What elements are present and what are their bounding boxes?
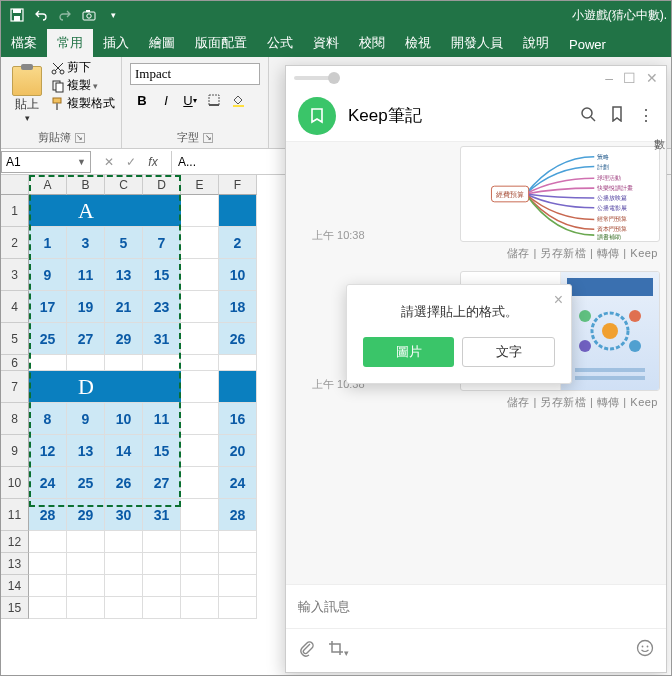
tab-layout[interactable]: 版面配置: [185, 29, 257, 57]
row-header[interactable]: 3: [1, 259, 29, 291]
cell[interactable]: [67, 355, 105, 371]
cell[interactable]: 15: [143, 435, 181, 467]
cut-button[interactable]: 剪下: [51, 59, 115, 76]
redo-icon[interactable]: [55, 5, 75, 25]
row-header[interactable]: 1: [1, 195, 29, 227]
accept-formula-icon[interactable]: ✓: [121, 152, 141, 172]
cell[interactable]: 10: [105, 403, 143, 435]
cell[interactable]: 11: [143, 403, 181, 435]
fill-color-button[interactable]: [226, 89, 250, 111]
col-header[interactable]: D: [143, 175, 181, 195]
border-button[interactable]: [202, 89, 226, 111]
cell[interactable]: [29, 355, 67, 371]
emoji-icon[interactable]: [636, 639, 654, 662]
action-forward[interactable]: 轉傳: [597, 247, 620, 259]
cell[interactable]: [67, 553, 105, 575]
cell[interactable]: 9: [67, 403, 105, 435]
tab-data[interactable]: 資料: [303, 29, 349, 57]
cell[interactable]: 29: [67, 499, 105, 531]
cell[interactable]: 25: [67, 467, 105, 499]
cell[interactable]: 14: [105, 435, 143, 467]
cell[interactable]: [105, 575, 143, 597]
cell[interactable]: 8: [29, 403, 67, 435]
cell[interactable]: [105, 371, 143, 403]
cell[interactable]: 19: [67, 291, 105, 323]
cell[interactable]: [181, 291, 219, 323]
cell[interactable]: [219, 531, 257, 553]
cancel-formula-icon[interactable]: ✕: [99, 152, 119, 172]
cell[interactable]: 26: [105, 467, 143, 499]
tab-help[interactable]: 說明: [513, 29, 559, 57]
cell[interactable]: [181, 531, 219, 553]
cell[interactable]: 13: [105, 259, 143, 291]
cell[interactable]: [67, 531, 105, 553]
cell[interactable]: [181, 259, 219, 291]
cell[interactable]: D: [67, 371, 105, 403]
row-header[interactable]: 7: [1, 371, 29, 403]
cell[interactable]: [67, 575, 105, 597]
row-header[interactable]: 4: [1, 291, 29, 323]
italic-button[interactable]: I: [154, 89, 178, 111]
cell[interactable]: 18: [219, 291, 257, 323]
minimize-icon[interactable]: –: [605, 70, 613, 86]
action-save-as[interactable]: 另存新檔: [540, 396, 586, 408]
undo-icon[interactable]: [31, 5, 51, 25]
cell[interactable]: 16: [219, 403, 257, 435]
cell[interactable]: A: [67, 195, 105, 227]
cell[interactable]: [29, 575, 67, 597]
row-header[interactable]: 5: [1, 323, 29, 355]
row-header[interactable]: 15: [1, 597, 29, 619]
tab-home[interactable]: 常用: [47, 29, 93, 57]
row-header[interactable]: 14: [1, 575, 29, 597]
cell[interactable]: [181, 323, 219, 355]
tab-insert[interactable]: 插入: [93, 29, 139, 57]
cell[interactable]: 9: [29, 259, 67, 291]
cell[interactable]: [219, 371, 257, 403]
cell[interactable]: [143, 553, 181, 575]
tab-formulas[interactable]: 公式: [257, 29, 303, 57]
cell[interactable]: [105, 355, 143, 371]
col-header[interactable]: E: [181, 175, 219, 195]
cell[interactable]: [29, 597, 67, 619]
cell[interactable]: [181, 575, 219, 597]
cell[interactable]: [29, 531, 67, 553]
row-header[interactable]: 13: [1, 553, 29, 575]
cell[interactable]: [105, 531, 143, 553]
cell[interactable]: [29, 195, 67, 227]
cell[interactable]: 23: [143, 291, 181, 323]
message-input[interactable]: [298, 599, 654, 614]
cell[interactable]: [143, 575, 181, 597]
bold-button[interactable]: B: [130, 89, 154, 111]
cell[interactable]: 27: [67, 323, 105, 355]
cell[interactable]: [105, 195, 143, 227]
dialog-image-button[interactable]: 圖片: [363, 337, 454, 367]
dialog-text-button[interactable]: 文字: [462, 337, 555, 367]
close-icon[interactable]: ✕: [646, 70, 658, 86]
cell[interactable]: 29: [105, 323, 143, 355]
row-header[interactable]: 11: [1, 499, 29, 531]
cell[interactable]: 3: [67, 227, 105, 259]
opacity-slider[interactable]: [294, 76, 334, 80]
action-save[interactable]: 儲存: [507, 247, 530, 259]
cell[interactable]: 24: [219, 467, 257, 499]
cell[interactable]: [181, 227, 219, 259]
cell[interactable]: 15: [143, 259, 181, 291]
cell[interactable]: 1: [29, 227, 67, 259]
fx-icon[interactable]: fx: [143, 152, 163, 172]
search-icon[interactable]: [580, 106, 596, 126]
cell[interactable]: [181, 597, 219, 619]
cell[interactable]: [29, 553, 67, 575]
col-header[interactable]: B: [67, 175, 105, 195]
cell[interactable]: 27: [143, 467, 181, 499]
format-painter-button[interactable]: 複製格式: [51, 95, 115, 112]
maximize-icon[interactable]: ☐: [623, 70, 636, 86]
cell[interactable]: 31: [143, 499, 181, 531]
cell[interactable]: 30: [105, 499, 143, 531]
tab-draw[interactable]: 繪圖: [139, 29, 185, 57]
cell[interactable]: [143, 195, 181, 227]
camera-icon[interactable]: [79, 5, 99, 25]
cell[interactable]: 17: [29, 291, 67, 323]
col-header[interactable]: F: [219, 175, 257, 195]
more-icon[interactable]: ⋮: [638, 106, 654, 126]
cell[interactable]: [219, 195, 257, 227]
